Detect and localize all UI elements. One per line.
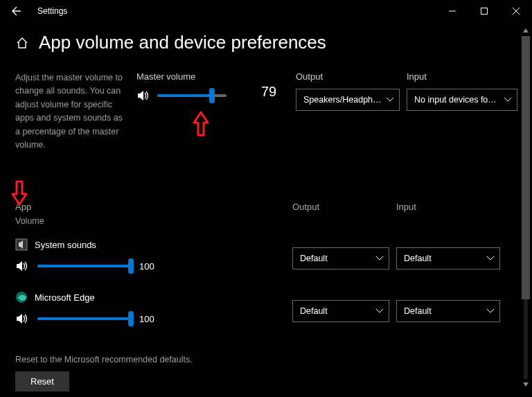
back-button[interactable] [6, 0, 28, 22]
app-row: System sounds 100 Default [15, 238, 517, 279]
reset-section: Reset to the Microsoft recommended defau… [15, 355, 193, 391]
close-icon [513, 8, 520, 15]
back-arrow-icon [11, 6, 22, 17]
app-name: Microsoft Edge [35, 292, 95, 303]
chevron-down-icon [487, 309, 494, 313]
master-volume-value: 79 [261, 84, 289, 100]
reset-button[interactable]: Reset [15, 371, 69, 391]
close-button[interactable] [500, 0, 532, 22]
app-input-dropdown[interactable]: Default [396, 300, 500, 322]
input-device-dropdown[interactable]: No input devices fo… [407, 89, 517, 111]
home-icon[interactable] [15, 36, 29, 50]
minimize-button[interactable] [436, 0, 468, 22]
scrollbar-thumb[interactable] [522, 36, 530, 299]
app-volume-slider[interactable] [37, 265, 131, 267]
svg-rect-1 [481, 8, 488, 15]
app-volume-value: 100 [139, 314, 154, 324]
page-description: Adjust the master volume to change all s… [15, 71, 130, 152]
maximize-icon [481, 8, 488, 15]
master-volume-label: Master volume [136, 71, 254, 82]
speaker-icon[interactable] [15, 312, 29, 326]
window-title: Settings [37, 6, 67, 16]
app-volume-value: 100 [139, 261, 154, 272]
app-input-dropdown[interactable]: Default [396, 247, 500, 270]
chevron-down-icon [387, 98, 393, 102]
master-volume-slider[interactable] [157, 94, 227, 97]
chevron-down-icon [487, 256, 494, 261]
titlebar: Settings [0, 0, 532, 22]
column-header-output: Output [292, 202, 389, 226]
speaker-icon[interactable] [15, 259, 29, 273]
output-device-selected: Speakers/Headphon… [303, 95, 382, 105]
column-header-volume: Volume [15, 216, 285, 226]
edge-icon [15, 291, 28, 303]
content-area: App volume and device preferences Adjust… [0, 22, 532, 397]
app-output-dropdown[interactable]: Default [292, 247, 389, 270]
app-name: System sounds [35, 240, 96, 250]
chevron-down-icon [376, 309, 383, 313]
column-header-input: Input [396, 202, 500, 226]
column-header-app: App [15, 202, 285, 212]
output-label: Output [296, 71, 400, 82]
chevron-down-icon [504, 98, 511, 102]
input-label: Input [407, 71, 517, 82]
app-volume-slider[interactable] [37, 317, 131, 320]
minimize-icon [449, 8, 456, 15]
chevron-down-icon [376, 256, 383, 261]
app-row: Microsoft Edge 100 Default [15, 291, 517, 331]
speaker-icon[interactable] [136, 89, 150, 103]
maximize-button[interactable] [468, 0, 500, 22]
app-output-dropdown[interactable]: Default [292, 300, 389, 322]
page-title: App volume and device preferences [39, 32, 326, 53]
vertical-scrollbar[interactable] [522, 26, 530, 389]
output-device-dropdown[interactable]: Speakers/Headphon… [296, 89, 400, 111]
reset-description: Reset to the Microsoft recommended defau… [15, 355, 193, 364]
system-sounds-icon [15, 238, 28, 251]
scroll-up-arrow-icon[interactable] [522, 26, 530, 35]
input-device-selected: No input devices fo… [414, 95, 497, 105]
page-header: App volume and device preferences [15, 32, 517, 53]
window-controls [436, 0, 532, 22]
scroll-down-arrow-icon[interactable] [522, 380, 530, 389]
